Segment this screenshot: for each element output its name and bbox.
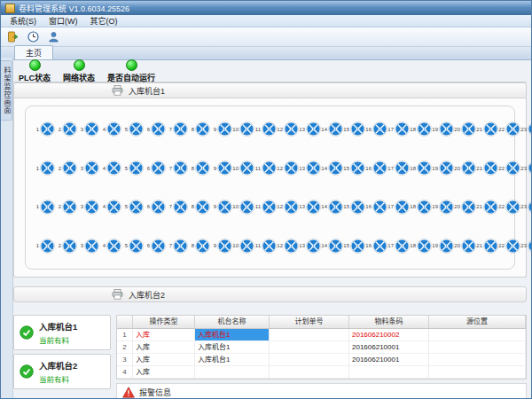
reel-slot[interactable]: 1 [33, 160, 55, 176]
reel-slot[interactable]: 6 [144, 160, 166, 176]
reel-slot[interactable]: 9 [210, 160, 232, 176]
cell-plan[interactable] [270, 366, 349, 378]
reel-slot[interactable]: 9 [210, 200, 232, 215]
reel-slot[interactable]: 8 [188, 121, 210, 137]
reel-slot[interactable]: 22 [498, 239, 520, 254]
reel-slot[interactable]: 14 [321, 160, 343, 176]
reel-slot[interactable]: 6 [144, 121, 166, 137]
reel-slot[interactable]: 7 [166, 160, 188, 176]
reel-slot[interactable]: 23 [520, 160, 532, 176]
reel-slot[interactable]: 21 [476, 200, 498, 215]
reel-slot[interactable]: 2 [55, 121, 77, 137]
cell-type[interactable]: 入库 [133, 354, 195, 365]
cell-source[interactable] [429, 329, 526, 340]
column-header[interactable]: 计划单号 [270, 316, 349, 328]
reel-slot[interactable]: 4 [99, 121, 121, 137]
table-row[interactable]: 2入库入库机台1201606210001 [117, 341, 526, 354]
cell-source[interactable] [429, 354, 526, 365]
reel-slot[interactable]: 5 [121, 121, 144, 137]
reel-slot[interactable]: 6 [144, 239, 166, 254]
reel-slot[interactable]: 10 [232, 121, 254, 137]
menu-item[interactable]: 窗口(W) [43, 15, 84, 27]
cell-barcode[interactable]: 201606210001 [349, 354, 429, 365]
reel-slot[interactable]: 3 [77, 200, 99, 215]
reel-slot[interactable]: 18 [410, 239, 432, 254]
reel-slot[interactable]: 23 [520, 200, 532, 215]
reel-slot[interactable]: 15 [343, 160, 365, 176]
reel-slot[interactable]: 18 [410, 121, 432, 137]
reel-slot[interactable]: 1 [33, 200, 55, 215]
reel-slot[interactable]: 9 [210, 239, 232, 254]
reel-slot[interactable]: 12 [277, 200, 299, 215]
reel-slot[interactable]: 23 [520, 239, 532, 254]
reel-slot[interactable]: 16 [365, 239, 387, 254]
cell-machine[interactable]: 入库机台1 [195, 341, 270, 353]
reel-slot[interactable]: 19 [432, 200, 454, 215]
cell-machine[interactable]: 入库机台1 [195, 354, 270, 365]
reel-slot[interactable]: 12 [277, 160, 299, 176]
column-header[interactable]: 机台名称 [195, 316, 270, 328]
reel-slot[interactable]: 16 [365, 200, 387, 215]
reel-slot[interactable]: 19 [432, 121, 454, 137]
cell-plan[interactable] [270, 341, 349, 353]
column-header[interactable]: 物料条码 [349, 316, 429, 328]
reel-slot[interactable]: 11 [254, 239, 277, 254]
reel-slot[interactable]: 5 [121, 239, 144, 254]
reel-slot[interactable]: 3 [77, 239, 99, 254]
reel-slot[interactable]: 21 [476, 121, 498, 137]
side-collapsed-tab[interactable]: 料架监控画面 [1, 60, 12, 121]
cell-machine[interactable] [195, 366, 270, 378]
reel-slot[interactable]: 1 [33, 121, 55, 137]
reel-slot[interactable]: 15 [343, 200, 365, 215]
reel-slot[interactable]: 16 [365, 121, 387, 137]
reel-slot[interactable]: 21 [476, 160, 498, 176]
reel-slot[interactable]: 22 [498, 121, 520, 137]
reel-slot[interactable]: 6 [144, 200, 166, 215]
reel-slot[interactable]: 2 [55, 160, 77, 176]
reel-slot[interactable]: 11 [254, 121, 277, 137]
reel-slot[interactable]: 22 [498, 160, 520, 176]
menu-item[interactable]: 其它(O) [84, 15, 124, 27]
reel-slot[interactable]: 13 [299, 200, 321, 215]
cell-barcode[interactable] [349, 366, 429, 378]
exit-button[interactable] [4, 29, 21, 45]
cell-plan[interactable] [270, 329, 349, 340]
cell-barcode[interactable]: 201606210001 [349, 341, 429, 353]
reel-slot[interactable]: 20 [454, 160, 476, 176]
reel-slot[interactable]: 2 [55, 200, 77, 215]
cell-source[interactable] [429, 341, 526, 353]
clock-button[interactable] [24, 29, 42, 45]
user-button[interactable] [44, 29, 62, 45]
reel-slot[interactable]: 18 [410, 200, 432, 215]
reel-slot[interactable]: 7 [166, 200, 188, 215]
cell-barcode[interactable]: 201606210002 [349, 329, 429, 340]
reel-slot[interactable]: 12 [277, 121, 299, 137]
reel-slot[interactable]: 4 [99, 200, 121, 215]
reel-slot[interactable]: 13 [299, 239, 321, 254]
cell-type[interactable]: 入库 [133, 329, 195, 340]
reel-slot[interactable]: 19 [432, 239, 454, 254]
reel-slot[interactable]: 17 [387, 121, 410, 137]
reel-slot[interactable]: 11 [254, 200, 277, 215]
table-row[interactable]: 3入库入库机台1201606210001 [117, 354, 526, 366]
reel-slot[interactable]: 13 [299, 160, 321, 176]
column-header[interactable]: 操作类型 [133, 316, 195, 328]
reel-slot[interactable]: 1 [33, 239, 55, 254]
reel-slot[interactable]: 23 [520, 121, 532, 137]
reel-slot[interactable]: 15 [343, 239, 365, 254]
reel-slot[interactable]: 8 [188, 200, 210, 215]
reel-slot[interactable]: 14 [321, 121, 343, 137]
reel-slot[interactable]: 10 [232, 160, 254, 176]
reel-slot[interactable]: 21 [476, 239, 498, 254]
reel-slot[interactable]: 5 [121, 200, 144, 215]
reel-slot[interactable]: 8 [188, 160, 210, 176]
reel-slot[interactable]: 7 [166, 239, 188, 254]
reel-slot[interactable]: 15 [343, 121, 365, 137]
reel-slot[interactable]: 22 [498, 200, 520, 215]
machine2-print-button[interactable] [110, 288, 124, 301]
reel-slot[interactable]: 10 [232, 200, 254, 215]
reel-slot[interactable]: 19 [432, 160, 454, 176]
cell-machine[interactable]: 入库机台1 [195, 329, 270, 340]
reel-slot[interactable]: 5 [121, 160, 144, 176]
reel-slot[interactable]: 4 [99, 160, 121, 176]
